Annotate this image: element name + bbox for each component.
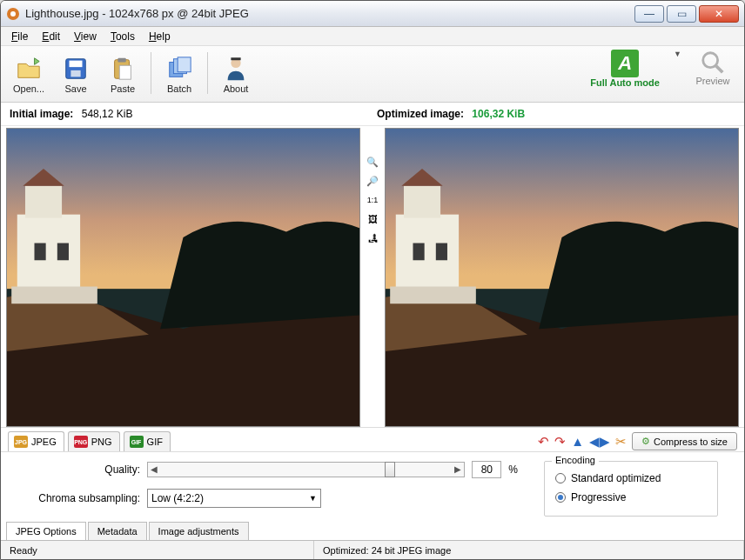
gif-badge-icon: GIF xyxy=(130,436,144,448)
zoom-actual-button[interactable]: 1:1 xyxy=(364,192,381,208)
paste-button[interactable]: Paste xyxy=(100,50,145,97)
zoom-out-icon[interactable]: 🔎 xyxy=(364,173,381,189)
menu-file[interactable]: File xyxy=(6,29,33,44)
lighthouse-image-optimized xyxy=(386,129,738,426)
batch-button[interactable]: Batch xyxy=(157,50,202,97)
slider-thumb[interactable] xyxy=(385,462,395,477)
maximize-button[interactable]: ▭ xyxy=(667,5,696,23)
flip-vertical-icon[interactable]: ▲ xyxy=(571,434,584,449)
menu-tools[interactable]: Tools xyxy=(105,29,140,44)
tab-gif-label: GIF xyxy=(147,437,163,447)
tab-metadata[interactable]: Metadata xyxy=(88,522,147,540)
titlebar[interactable]: Lighthouse.jpg - 1024x768 px @ 24bit JPE… xyxy=(1,1,744,27)
quality-label: Quality: xyxy=(27,463,140,476)
slider-right-arrow-icon[interactable]: ▶ xyxy=(454,464,461,474)
paste-label: Paste xyxy=(111,83,135,94)
app-window: Lighthouse.jpg - 1024x768 px @ 24bit JPE… xyxy=(0,0,745,560)
radio-checked-icon xyxy=(555,492,566,503)
tab-jpeg-options[interactable]: JPEG Options xyxy=(6,522,86,540)
svg-rect-3 xyxy=(70,61,83,68)
preview-button[interactable]: Preview xyxy=(687,50,739,86)
encoding-progressive-label: Progressive xyxy=(571,491,626,503)
encoding-standard-radio[interactable]: Standard optimized xyxy=(555,469,707,488)
transform-tools: ↶ ↷ ▲ ◀▶ ✂ xyxy=(538,434,627,450)
menu-edit[interactable]: Edit xyxy=(37,29,65,44)
full-auto-mode-button[interactable]: A Full Auto mode xyxy=(581,50,668,88)
person-icon xyxy=(222,56,250,82)
batch-icon xyxy=(165,56,193,82)
toolbar: Open... Save Paste Batch About A Full xyxy=(1,46,744,103)
close-button[interactable]: ✕ xyxy=(699,5,739,23)
png-badge-icon: PNG xyxy=(74,436,88,448)
initial-size-label: Initial image: xyxy=(10,108,73,120)
save-icon xyxy=(62,56,90,82)
rotate-ccw-icon[interactable]: ↶ xyxy=(538,434,549,450)
paste-icon xyxy=(109,56,137,82)
open-button[interactable]: Open... xyxy=(6,50,51,97)
fit-window-icon[interactable]: 🖼 xyxy=(364,211,381,227)
fit-width-icon[interactable]: 🏞 xyxy=(364,230,381,246)
menu-help[interactable]: Help xyxy=(144,29,176,44)
compress-to-size-button[interactable]: ⚙ Compress to size xyxy=(632,432,737,450)
bottom-tabs: JPEG Options Metadata Image adjustments xyxy=(1,520,744,540)
encoding-progressive-radio[interactable]: Progressive xyxy=(555,488,707,507)
magnifier-icon xyxy=(699,50,727,76)
batch-label: Batch xyxy=(167,83,191,94)
zoom-in-icon[interactable]: 🔍 xyxy=(364,154,381,170)
preview-label: Preview xyxy=(695,76,729,86)
window-title: Lighthouse.jpg - 1024x768 px @ 24bit JPE… xyxy=(25,7,632,20)
svg-rect-25 xyxy=(404,186,440,218)
svg-rect-16 xyxy=(17,215,80,295)
svg-rect-21 xyxy=(57,243,69,261)
lighthouse-image xyxy=(7,129,359,426)
crop-icon[interactable]: ✂ xyxy=(615,434,627,450)
svg-rect-10 xyxy=(178,57,191,72)
tab-png[interactable]: PNG PNG xyxy=(68,431,120,451)
svg-rect-24 xyxy=(396,215,459,295)
tab-jpeg-label: JPEG xyxy=(31,437,57,447)
status-optimized: Optimized: 24 bit JPEG image xyxy=(314,541,744,559)
optimized-image-pane[interactable] xyxy=(385,128,739,427)
rotate-cw-icon[interactable]: ↷ xyxy=(554,434,566,450)
svg-rect-7 xyxy=(119,65,131,79)
quality-slider[interactable]: ◀ ▶ xyxy=(147,462,465,477)
preview-area: 🔍 🔎 1:1 🖼 🏞 xyxy=(1,126,744,427)
percent-label: % xyxy=(508,463,518,476)
save-button[interactable]: Save xyxy=(53,50,98,97)
quality-input[interactable] xyxy=(472,461,501,478)
svg-rect-6 xyxy=(117,58,125,63)
tab-jpeg[interactable]: JPG JPEG xyxy=(8,431,64,451)
svg-rect-20 xyxy=(35,243,46,261)
minimize-button[interactable]: — xyxy=(634,5,664,23)
svg-rect-4 xyxy=(70,70,80,77)
toolbar-divider-2 xyxy=(207,52,208,94)
window-controls: — ▭ ✕ xyxy=(632,5,739,23)
svg-rect-17 xyxy=(25,186,62,218)
encoding-group: Encoding Standard optimized Progressive xyxy=(544,461,718,517)
svg-rect-19 xyxy=(11,287,97,304)
slider-left-arrow-icon[interactable]: ◀ xyxy=(151,464,158,474)
optimized-size-label: Optimized image: xyxy=(377,108,464,120)
jpeg-options-panel: Quality: ◀ ▶ % Chroma subsampling: Low (… xyxy=(1,451,744,520)
app-icon xyxy=(6,7,20,21)
flip-horizontal-icon[interactable]: ◀▶ xyxy=(589,434,610,450)
auto-mode-dropdown[interactable]: ▼ xyxy=(668,50,687,58)
menubar: File Edit View Tools Help xyxy=(1,27,744,46)
tab-gif[interactable]: GIF GIF xyxy=(124,431,171,451)
save-label: Save xyxy=(64,83,86,94)
chroma-label: Chroma subsampling: xyxy=(27,492,140,504)
zoom-tools: 🔍 🔎 1:1 🖼 🏞 xyxy=(360,128,385,427)
optimized-size-value: 106,32 KiB xyxy=(472,108,525,120)
about-button[interactable]: About xyxy=(213,50,258,97)
chroma-subsampling-select[interactable]: Low (4:2:2) ▼ xyxy=(147,489,321,508)
initial-image-pane[interactable] xyxy=(6,128,360,427)
auto-mode-icon: A xyxy=(611,50,639,77)
svg-rect-27 xyxy=(390,287,476,304)
gear-icon: ⚙ xyxy=(641,436,650,447)
encoding-standard-label: Standard optimized xyxy=(571,472,661,484)
menu-view[interactable]: View xyxy=(69,29,102,44)
tab-image-adjustments[interactable]: Image adjustments xyxy=(149,522,249,540)
toolbar-divider xyxy=(151,52,151,94)
encoding-legend: Encoding xyxy=(552,455,599,465)
size-info-bar: Initial image: 548,12 KiB Optimized imag… xyxy=(1,103,744,126)
